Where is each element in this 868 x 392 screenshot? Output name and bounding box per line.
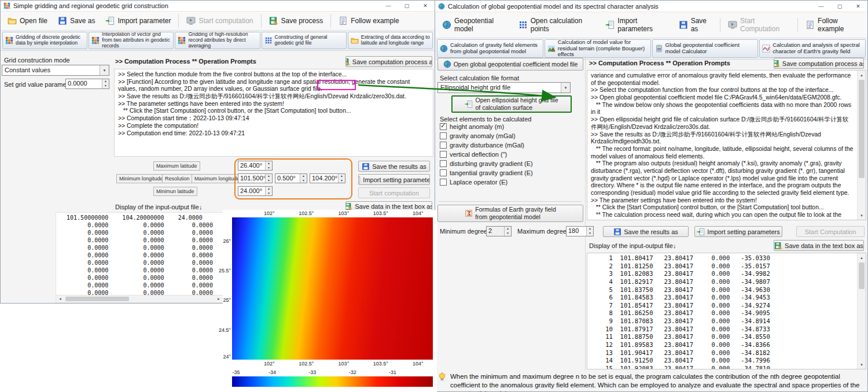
save-process-button[interactable]: Save process: [264, 13, 328, 29]
spin-up-icon[interactable]: [505, 227, 511, 231]
spin-down-icon[interactable]: [266, 191, 272, 196]
start-computation-button[interactable]: Start computation: [358, 187, 430, 198]
import-settings-button[interactable]: Import setting parameters: [358, 174, 430, 185]
import-parameters-button[interactable]: Import parameters: [601, 13, 672, 36]
save-as-button[interactable]: Save as: [53, 13, 100, 29]
maximum-degree-spinner[interactable]: 180: [566, 226, 594, 236]
open-file-button[interactable]: Open file: [3, 13, 52, 29]
spinner-arrows[interactable]: [504, 227, 511, 236]
calculation-file-format-label: Select calculation file format: [440, 75, 519, 82]
spin-up-icon[interactable]: [300, 174, 307, 179]
horizontal-scrollbar[interactable]: [56, 295, 223, 302]
maximize-button[interactable]: [830, 1, 849, 12]
spin-down-icon[interactable]: [102, 84, 109, 88]
spin-up-icon[interactable]: [266, 161, 272, 166]
spin-up-icon[interactable]: [339, 174, 345, 179]
scroll-down-icon[interactable]: [858, 211, 866, 220]
minimize-button[interactable]: [379, 1, 398, 11]
save-computation-process-label: Save computation process as: [352, 58, 432, 65]
save-computation-process-button[interactable]: Save computation process as: [345, 56, 432, 67]
tab-interpolation-vector-grid[interactable]: Interpolation of vector grid from two at…: [89, 32, 174, 49]
scroll-up-icon[interactable]: [858, 253, 866, 262]
resolution-spinner[interactable]: 0.500°: [275, 173, 307, 183]
open-calculation-points-button[interactable]: Open calculation points: [514, 13, 600, 36]
import-settings-button[interactable]: Import setting parameters: [694, 226, 782, 237]
save-as-button[interactable]: Save as: [674, 13, 718, 36]
maximize-button[interactable]: [398, 1, 416, 11]
checkbox-gravity-disturbance[interactable]: gravity disturbance (mGal): [440, 142, 524, 149]
scroll-left-icon[interactable]: [56, 295, 64, 302]
checkbox-laplace-operator[interactable]: Laplace operator (E): [440, 179, 507, 186]
spin-up-icon[interactable]: [587, 227, 593, 231]
minimum-degree-spinner[interactable]: 2: [486, 226, 512, 236]
minimum-latitude-label: Minimun latitude: [153, 187, 197, 196]
checkbox-gravity-anomaly[interactable]: gravity anomaly (mGal): [440, 132, 516, 139]
import-parameter-button[interactable]: Import parameter: [101, 13, 175, 29]
formulas-earth-gravity-button[interactable]: Formulas of Earth gravity field from geo…: [437, 205, 583, 222]
output-data-textbox[interactable]: 1 101.80417 23.80417 0.000 -35.0330 2 10…: [587, 253, 866, 369]
spinner-arrows[interactable]: [338, 174, 345, 183]
tab-coefficient-calculator[interactable]: Global geopotential coefficient model Ca…: [652, 39, 759, 58]
spin-up-icon[interactable]: [102, 79, 109, 84]
checkbox-vertical-deflection[interactable]: vertical deflection ("): [440, 151, 507, 158]
follow-example-button[interactable]: Follow example: [801, 13, 865, 36]
tab-gridding-high-resolution[interactable]: Gridding of high-resolution record attri…: [175, 32, 260, 49]
tab-gridding-discrete-data[interactable]: Gridding of discrete geodetic data by si…: [2, 32, 87, 49]
left-window-title: Simple gridding and regional geodetic gr…: [13, 2, 168, 9]
spinner-arrows[interactable]: [102, 79, 109, 88]
tab-spectral-analysis[interactable]: Calculation and analysis of spectral cha…: [759, 39, 866, 58]
minimum-longitude-spinner[interactable]: 101.500°: [238, 173, 273, 183]
elements-to-calculate-label: Select elements to be calculated: [440, 116, 531, 123]
close-button[interactable]: [416, 1, 435, 11]
grid-data-textbox[interactable]: 101.50000000 104.20000000 24.0000 0.0000…: [56, 212, 223, 303]
close-button[interactable]: [849, 1, 867, 12]
grid-value-spinner[interactable]: 0.0000: [65, 79, 109, 89]
scrollbar-thumb[interactable]: [859, 262, 865, 289]
tab-constructing-grid-file[interactable]: Constructing of general geodetic grid fi…: [262, 32, 347, 49]
checkbox-height-anomaly[interactable]: height anomaly (m): [440, 123, 504, 130]
spin-down-icon[interactable]: [505, 231, 511, 236]
spin-up-icon[interactable]: [266, 174, 272, 179]
spin-up-icon[interactable]: [266, 187, 272, 191]
computation-process-textbox[interactable]: >> Select the function module from the f…: [114, 69, 433, 157]
spin-down-icon[interactable]: [266, 179, 272, 183]
vertical-scrollbar[interactable]: [857, 253, 866, 369]
spin-down-icon[interactable]: [587, 231, 593, 236]
spinner-arrows[interactable]: [265, 174, 272, 183]
save-data-textbox-button[interactable]: Save data in the text box as: [774, 240, 864, 251]
maximum-longitude-spinner[interactable]: 104.200°: [310, 173, 345, 183]
save-results-button[interactable]: Save the results as: [358, 161, 430, 172]
save-computation-process-button[interactable]: Save computation process as: [774, 58, 864, 69]
maximum-latitude-spinner[interactable]: 26.400°: [238, 161, 273, 171]
scroll-down-icon[interactable]: [858, 360, 866, 369]
spinner-arrows[interactable]: [265, 187, 272, 195]
spinner-arrows[interactable]: [586, 227, 593, 236]
grid-mode-dropdown[interactable]: Constant values: [2, 65, 109, 76]
spinner-arrows[interactable]: [265, 161, 272, 170]
minimum-latitude-spinner[interactable]: 24.000°: [238, 186, 273, 196]
open-ellipsoidal-height-grid-button[interactable]: Open ellipsoidal height grid file of cal…: [451, 95, 572, 113]
follow-example-button[interactable]: Follow example: [334, 13, 403, 29]
computation-process-textbox[interactable]: variance and cumulative error of anomalo…: [587, 70, 866, 220]
geopotential-model-button[interactable]: Geopotential model: [437, 13, 513, 36]
start-computation-toolbar-button[interactable]: Start Computation: [723, 13, 795, 36]
spinner-arrows[interactable]: [300, 174, 307, 183]
save-results-button[interactable]: Save the results as: [603, 226, 689, 237]
toolbar-separator: [178, 14, 179, 28]
open-geopotential-model-file-button[interactable]: Open global geopotential coefficient mod…: [437, 58, 583, 71]
scrollbar-thumb[interactable]: [65, 297, 129, 301]
checkbox-disturbing-gravity-gradient[interactable]: disturbing gravity gradient (E): [440, 160, 533, 167]
tab-extracting-data-range[interactable]: Extracting of data according to latitude…: [348, 32, 433, 49]
spin-down-icon[interactable]: [266, 166, 272, 171]
vertical-scrollbar[interactable]: [857, 71, 866, 220]
minimize-button[interactable]: [812, 1, 830, 12]
start-computation-button[interactable]: Start Computation: [796, 226, 865, 237]
scroll-right-icon[interactable]: [215, 295, 223, 302]
scrollbar-thumb[interactable]: [859, 80, 865, 178]
scroll-up-icon[interactable]: [858, 71, 866, 79]
checkbox-tangential-gravity-gradient[interactable]: tangential gravity gradient (E): [440, 169, 533, 176]
start-computation-toolbar-button[interactable]: Start computation: [182, 13, 258, 29]
file-format-dropdown[interactable]: Ellipsoidal height grid file: [437, 82, 571, 93]
spin-down-icon[interactable]: [300, 179, 307, 183]
spin-down-icon[interactable]: [339, 179, 345, 183]
